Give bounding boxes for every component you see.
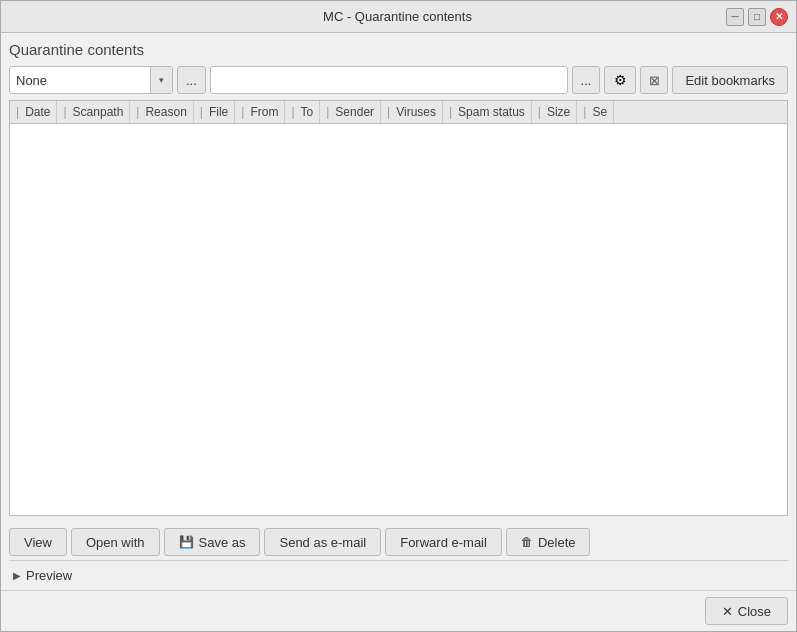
col-from: | From bbox=[235, 101, 285, 123]
preview-arrow-icon: ▶ bbox=[13, 570, 21, 581]
page-title: Quarantine contents bbox=[9, 41, 788, 58]
toolbar: ▾ ... ... ⚙ ⊠ Edit bookmarks bbox=[9, 66, 788, 94]
window-title: MC - Quarantine contents bbox=[69, 9, 726, 24]
col-file: | File bbox=[194, 101, 235, 123]
close-titlebar-button[interactable]: ✕ bbox=[770, 8, 788, 26]
content-area: Quarantine contents ▾ ... ... ⚙ ⊠ Edit b… bbox=[1, 33, 796, 590]
titlebar: MC - Quarantine contents ─ □ ✕ bbox=[1, 1, 796, 33]
search-dots-button[interactable]: ... bbox=[572, 66, 601, 94]
delete-button[interactable]: 🗑 Delete bbox=[506, 528, 591, 556]
col-se: | Se bbox=[577, 101, 614, 123]
table-body bbox=[10, 124, 787, 464]
preview-label: Preview bbox=[26, 568, 72, 583]
clear-icon: ⊠ bbox=[649, 73, 660, 88]
preview-toggle[interactable]: ▶ Preview bbox=[9, 565, 76, 586]
main-window: MC - Quarantine contents ─ □ ✕ Quarantin… bbox=[0, 0, 797, 632]
col-scanpath: | Scanpath bbox=[57, 101, 130, 123]
edit-bookmarks-button[interactable]: Edit bookmarks bbox=[672, 66, 788, 94]
gear-icon: ⚙ bbox=[614, 72, 627, 88]
window-controls: ─ □ ✕ bbox=[726, 8, 788, 26]
gear-button[interactable]: ⚙ bbox=[604, 66, 636, 94]
combo-arrow-icon[interactable]: ▾ bbox=[150, 67, 172, 93]
send-email-button[interactable]: Send as e-mail bbox=[264, 528, 381, 556]
clear-button[interactable]: ⊠ bbox=[640, 66, 668, 94]
preview-section: ▶ Preview bbox=[9, 560, 788, 590]
filter-dots-button[interactable]: ... bbox=[177, 66, 206, 94]
footer: ✕ Close bbox=[1, 590, 796, 631]
minimize-button[interactable]: ─ bbox=[726, 8, 744, 26]
close-label: Close bbox=[738, 604, 771, 619]
col-viruses: | Viruses bbox=[381, 101, 443, 123]
save-as-button[interactable]: 💾 Save as bbox=[164, 528, 261, 556]
save-icon: 💾 bbox=[179, 535, 194, 549]
delete-icon: 🗑 bbox=[521, 535, 533, 549]
view-button[interactable]: View bbox=[9, 528, 67, 556]
col-spam-status: | Spam status bbox=[443, 101, 532, 123]
close-icon: ✕ bbox=[722, 604, 733, 619]
col-to: | To bbox=[285, 101, 320, 123]
col-date: | Date bbox=[10, 101, 57, 123]
table-header: | Date | Scanpath | Reason | File | Fr bbox=[10, 101, 787, 124]
filter-combo[interactable]: ▾ bbox=[9, 66, 173, 94]
col-size: | Size bbox=[532, 101, 577, 123]
col-sender: | Sender bbox=[320, 101, 381, 123]
search-input[interactable] bbox=[210, 66, 568, 94]
action-buttons: View Open with 💾 Save as Send as e-mail … bbox=[9, 522, 788, 560]
maximize-button[interactable]: □ bbox=[748, 8, 766, 26]
filter-combo-input[interactable] bbox=[10, 73, 150, 88]
close-button[interactable]: ✕ Close bbox=[705, 597, 788, 625]
col-reason: | Reason bbox=[130, 101, 194, 123]
forward-email-button[interactable]: Forward e-mail bbox=[385, 528, 502, 556]
open-with-button[interactable]: Open with bbox=[71, 528, 160, 556]
results-table[interactable]: | Date | Scanpath | Reason | File | Fr bbox=[9, 100, 788, 516]
